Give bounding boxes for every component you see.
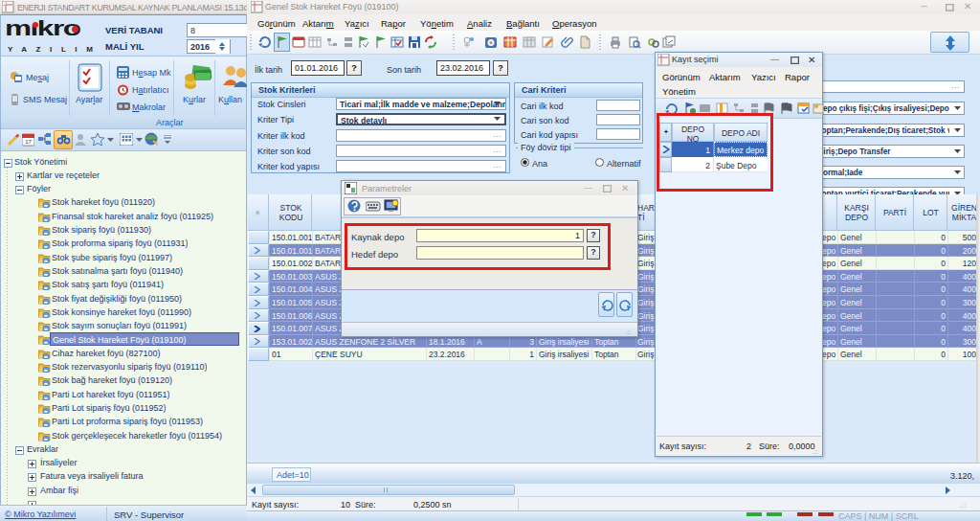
- svg-text:17: 17: [25, 139, 32, 145]
